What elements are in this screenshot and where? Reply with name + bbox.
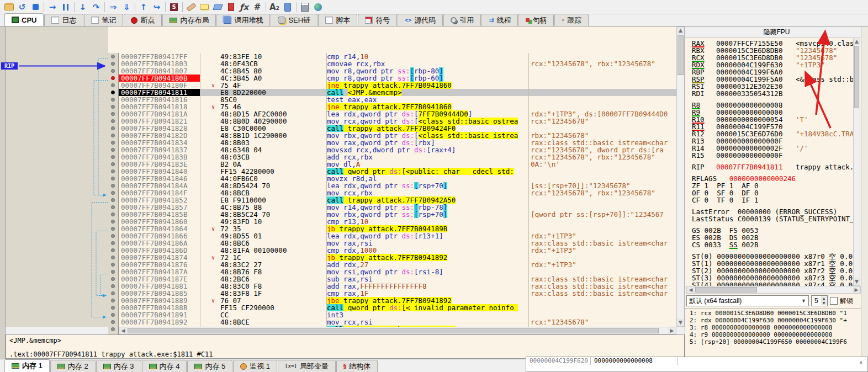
disasm-row[interactable]: 00007FF7B094187E48:2BC6sub rax,rsirax:cl… (108, 275, 676, 283)
comment-cell[interactable] (529, 304, 676, 311)
tab-内存布局[interactable]: 内存布局 (162, 14, 216, 26)
bytes-cell[interactable]: 48:8B5C24 70 (200, 211, 327, 218)
address-cell[interactable]: 00007FF7B0941837 (119, 146, 200, 153)
argument-row[interactable]: 5: [rsp+20] 00000004C199F650 00000004C19… (690, 338, 861, 346)
unlock-checkbox[interactable]: 解锁 (830, 296, 853, 306)
instruction-cell[interactable]: cmp r13,10 (327, 218, 529, 225)
address-cell[interactable]: 00007FF7B0941828 (119, 125, 200, 132)
instruction-cell[interactable]: jb trappy attack.7FF7B0941892 (327, 254, 529, 261)
instruction-cell[interactable]: mov rcx,rbx (327, 189, 529, 196)
disasm-vscrollbar[interactable]: ▲ ▼ (676, 26, 685, 327)
instruction-cell[interactable]: mov r8,qword ptr ss:[rbp-80] (327, 67, 529, 75)
instruction-cell[interactable]: cmp r8,qword ptr ss:[rbp-60] (327, 75, 529, 82)
bytes-cell[interactable]: 44:0FB6C0 (200, 175, 327, 182)
scroll-down-icon[interactable]: ▼ (854, 278, 860, 285)
registers-hscrollbar[interactable]: ◀ ▶ (686, 286, 861, 294)
address-cell[interactable]: 00007FF7B0941816 (119, 96, 200, 103)
bottom-tab-结构体[interactable]: §结构体 (336, 360, 378, 372)
bytes-cell[interactable]: ∨76 07 (200, 297, 327, 304)
comment-cell[interactable] (529, 175, 676, 182)
comment-cell[interactable]: rdx:"+1TP3", ds:[00007FF7B09444D0 (529, 110, 676, 118)
scroll-thumb[interactable] (678, 35, 684, 75)
disasm-row[interactable]: 00007FF7B094183B48:03CBadd rcx,rbxrcx:"1… (108, 153, 676, 161)
register-value[interactable]: 000000335054312B (716, 90, 796, 97)
tab-SEH链[interactable]: SEH链 (271, 14, 317, 26)
disasm-row[interactable]: 00007FF7B0941818∨75 46jne trappy attack.… (108, 103, 676, 110)
bytes-cell[interactable]: 48:8D5424 70 (200, 182, 327, 189)
comment-cell[interactable]: rax:class std::basic_istream<char (529, 139, 676, 146)
run-to-user-icon[interactable]: ⇒ (107, 1, 120, 13)
restart-icon[interactable]: ↺ (15, 1, 29, 13)
label-icon[interactable] (211, 1, 224, 13)
instruction-cell[interactable]: mov dl,A (327, 161, 529, 168)
bottom-tab-内存 1[interactable]: 内存 1 (4, 359, 50, 372)
address-cell[interactable]: 00007FF7B094180B (119, 75, 200, 82)
bytes-cell[interactable]: 48:8BC6 (200, 240, 327, 247)
address-cell[interactable]: 00007FF7B094182D (119, 132, 200, 139)
address-cell[interactable]: 00007FF7B0941866 (119, 232, 200, 240)
scroll-up-icon[interactable]: ▲ (854, 38, 860, 45)
tab-跟踪[interactable]: ፡፡跟踪 (554, 14, 589, 26)
comment-cell[interactable]: rax:class std::basic_istream<char (529, 275, 676, 283)
tab-句柄[interactable]: 句柄 (518, 14, 554, 26)
bytes-cell[interactable]: E8 8D220000 (200, 89, 327, 96)
stack-panel[interactable]: 00000004C199F620 0000000000000008 ∧ (526, 357, 868, 372)
help-globe-icon[interactable] (311, 1, 325, 13)
instruction-cell[interactable]: jb trappy attack.7FF7B094189B (327, 225, 529, 232)
register-row[interactable]: CS 0033 SS 002B (692, 241, 854, 248)
stack-row[interactable]: 00000004C199F620 0000000000000008 (526, 357, 867, 365)
comment-cell[interactable] (529, 168, 676, 175)
comment-cell[interactable] (529, 254, 676, 261)
address-cell[interactable]: 00007FF7B0941876 (119, 261, 200, 268)
disasm-row[interactable]: 00007FF7B094182D48:8B1D 1C290000mov rbx,… (108, 132, 676, 139)
address-cell[interactable]: 00007FF7B094183B (119, 153, 200, 161)
instruction-cell[interactable]: movsxd rcx,dword ptr ds:[rax+4] (327, 146, 529, 153)
address-cell[interactable]: 00007FF7B0941852 (119, 196, 200, 204)
bottom-tab-监视 1[interactable]: 监视 1 (233, 360, 277, 372)
disasm-row[interactable]: 00007FF7B094187A48:8B76 F8mov rsi,qword … (108, 268, 676, 275)
address-cell[interactable]: 00007FF7B0941857 (119, 204, 200, 211)
comment-cell[interactable]: rax:class std::basic_istream<char (529, 283, 676, 290)
bottom-tab-内存 2[interactable]: 内存 2 (50, 360, 96, 372)
address-cell[interactable]: 00007FF7B094181A (119, 110, 200, 118)
patch-icon[interactable] (184, 1, 198, 13)
bytes-cell[interactable]: 48:8B03 (200, 139, 327, 146)
comment-cell[interactable] (529, 196, 676, 204)
bytes-cell[interactable]: B2 0A (200, 161, 327, 168)
comment-cell[interactable] (529, 53, 676, 60)
execute-till-return-icon[interactable]: ↑ (137, 1, 150, 13)
address-cell[interactable]: 00007FF7B094186A (119, 240, 200, 247)
spinner-arrows-icon[interactable]: ▲▼ (821, 296, 827, 305)
bytes-cell[interactable]: 48:6348 04 (200, 146, 327, 153)
disasm-row[interactable]: 00007FF7B0941828E8 C30C0000call trappy a… (108, 125, 676, 132)
instruction-cell[interactable]: jbe trappy attack.7FF7B0941892 (327, 297, 529, 304)
scroll-up-icon[interactable]: ▲ (677, 27, 684, 34)
bytes-cell[interactable]: 48:0F43CB (200, 60, 327, 67)
comment-cell[interactable] (529, 89, 676, 96)
bytes-cell[interactable]: 48:81FA 00100000 (200, 247, 327, 254)
address-cell[interactable]: 00007FF7B094187E (119, 275, 200, 283)
comment-cell[interactable] (529, 268, 676, 275)
address-cell[interactable]: 00007FF7B0941860 (119, 218, 200, 225)
comment-cell[interactable]: rcx:"12345678", dword ptr ds:[ra (529, 146, 676, 153)
attach-icon[interactable]: ↪ (150, 1, 163, 13)
comment-cell[interactable] (529, 311, 676, 318)
address-cell[interactable]: 00007FF7B0941818 (119, 103, 200, 110)
register-row[interactable]: RIP00007FF7B0941811trappy attack.00 (692, 163, 854, 171)
comment-cell[interactable] (529, 67, 676, 75)
disasm-row[interactable]: 00007FF7B0941864∨72 35jb trappy attack.7… (108, 225, 676, 232)
instruction-cell[interactable]: movzx r8d,al (327, 175, 529, 182)
address-cell[interactable]: 00007FF7B0941889 (119, 297, 200, 304)
tab-源代码[interactable]: <>源代码 (398, 14, 443, 26)
instruction-cell[interactable]: cmp rdx,1000 (327, 247, 529, 254)
address-cell[interactable]: 00007FF7B0941834 (119, 139, 200, 146)
address-cell[interactable]: 00007FF7B0941892 (119, 318, 200, 326)
comment-cell[interactable]: rbx:"12345678" (529, 132, 676, 139)
address-cell[interactable]: 00007FF7B094185B (119, 211, 200, 218)
comment-cell[interactable]: rcx:"12345678", rbx:"12345678" (529, 60, 676, 67)
bytes-cell[interactable]: 48:8D15 AF2C0000 (200, 110, 327, 118)
disasm-row[interactable]: 00007FF7B0941852E8 F9110000call trappy a… (108, 196, 676, 204)
disasm-row[interactable]: 00007FF7B094188148:83C0 F8add rax,FFFFFF… (108, 283, 676, 290)
bytes-cell[interactable]: 48:83C0 F8 (200, 283, 327, 290)
disasm-row[interactable]: 00007FF7B094184A48:8D5424 70lea rdx,qwor… (108, 182, 676, 189)
